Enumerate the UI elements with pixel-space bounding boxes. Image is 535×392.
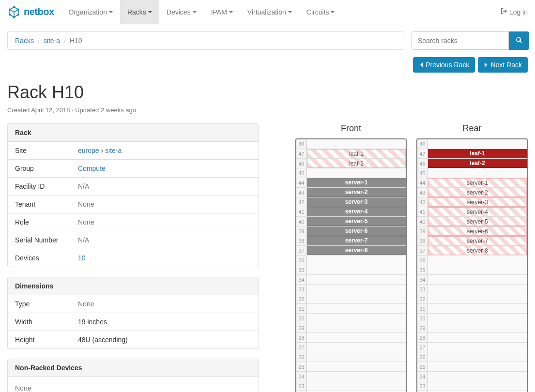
value-link[interactable]: site-a xyxy=(105,147,122,154)
rack-unit-slot[interactable] xyxy=(428,343,527,352)
rack-unit-slot[interactable]: leaf-2 xyxy=(428,159,527,168)
rack-unit-slot[interactable] xyxy=(428,294,527,303)
login-link[interactable]: Log in xyxy=(501,8,528,16)
row-label: Role xyxy=(8,213,71,231)
rack-unit-slot[interactable] xyxy=(307,362,406,371)
nav-link[interactable]: IPAM xyxy=(204,0,240,24)
previous-rack-button[interactable]: Previous Rack xyxy=(413,57,475,73)
rack-unit-slot[interactable] xyxy=(307,381,406,391)
search-button[interactable] xyxy=(509,31,529,50)
rack-unit-slot[interactable] xyxy=(307,168,406,178)
nav-link[interactable]: Organization xyxy=(61,0,120,24)
row-label: Devices xyxy=(8,249,71,267)
rack-unit-slot[interactable]: server-6 xyxy=(428,226,527,236)
breadcrumb-link[interactable]: Racks xyxy=(15,37,34,45)
rack-unit-slot[interactable]: server-1 xyxy=(307,178,406,187)
rack-unit-label: 31 xyxy=(296,304,307,313)
rack-unit-slot[interactable]: server-4 xyxy=(428,207,527,216)
rack-unit-label: 31 xyxy=(417,304,428,313)
rack-unit-slot[interactable] xyxy=(307,294,406,303)
search-input[interactable] xyxy=(412,31,509,50)
dimensions-table: TypeNoneWidth19 inchesHeight48U (ascendi… xyxy=(8,295,259,348)
rack-unit-slot[interactable] xyxy=(428,314,527,323)
rack-unit-slot[interactable] xyxy=(428,362,527,371)
rack-unit-row: 36 xyxy=(417,256,527,265)
rack-unit-slot[interactable]: server-5 xyxy=(428,217,527,226)
rack-unit-slot[interactable] xyxy=(428,381,527,391)
rack-unit-slot[interactable] xyxy=(428,333,527,342)
rack-unit-slot[interactable] xyxy=(307,372,406,381)
rack-unit-slot[interactable]: server-3 xyxy=(428,197,527,207)
row-label: Height xyxy=(8,331,71,349)
rack-unit-slot[interactable] xyxy=(428,323,527,332)
rack-unit-slot[interactable] xyxy=(428,275,527,284)
previous-rack-label: Previous Rack xyxy=(426,61,469,69)
row-label: Type xyxy=(8,295,71,313)
rack-unit-slot[interactable]: server-8 xyxy=(307,246,406,255)
rack-unit-slot[interactable] xyxy=(307,265,406,274)
nav-item-devices[interactable]: Devices xyxy=(159,0,204,24)
breadcrumb-link[interactable]: site-a xyxy=(44,37,60,45)
nav-item-circuits[interactable]: Circuits xyxy=(299,0,342,24)
value-link[interactable]: Compute xyxy=(78,165,106,172)
row-label: Width xyxy=(8,313,71,331)
nav-label: Circuits xyxy=(306,8,329,16)
rack-unit-slot[interactable] xyxy=(307,352,406,362)
rack-unit-slot[interactable] xyxy=(307,323,406,332)
rack-unit-slot[interactable]: server-7 xyxy=(307,236,406,245)
nav-link[interactable]: Circuits xyxy=(299,0,342,24)
nav-item-virtualization[interactable]: Virtualization xyxy=(240,0,299,24)
device-label: server-1 xyxy=(345,179,368,186)
rack-unit-slot[interactable] xyxy=(307,343,406,352)
rack-unit-slot[interactable]: server-6 xyxy=(307,226,406,236)
rack-unit-slot[interactable] xyxy=(428,265,527,274)
rack-unit-slot[interactable] xyxy=(307,275,406,284)
rack-unit-slot[interactable]: server-5 xyxy=(307,217,406,226)
rack-unit-slot[interactable] xyxy=(307,333,406,342)
rack-unit-label: 38 xyxy=(417,236,428,245)
row-label: Group xyxy=(8,160,71,178)
rack-unit-row: 40server-5 xyxy=(296,217,406,226)
next-rack-button[interactable]: Next Rack xyxy=(478,57,528,73)
rack-unit-slot[interactable] xyxy=(428,168,527,178)
device-label: server-2 xyxy=(467,189,488,196)
rack-unit-row: 38server-7 xyxy=(417,236,527,246)
nav-link[interactable]: Devices xyxy=(159,0,204,24)
rack-unit-slot[interactable]: server-2 xyxy=(428,188,527,197)
rack-unit-slot[interactable]: server-4 xyxy=(307,207,406,216)
rack-unit-label: 48 xyxy=(296,139,307,149)
rack-unit-slot[interactable]: server-2 xyxy=(307,188,406,197)
nav-item-ipam[interactable]: IPAM xyxy=(204,0,240,24)
rack-unit-slot[interactable] xyxy=(307,256,406,265)
nav-link[interactable]: Virtualization xyxy=(240,0,299,24)
nav-item-organization[interactable]: Organization xyxy=(61,0,120,24)
rack-unit-slot[interactable] xyxy=(428,285,527,294)
rack-unit-slot[interactable] xyxy=(428,372,527,381)
search-group xyxy=(412,31,528,50)
rack-unit-row: 37server-8 xyxy=(417,246,527,256)
rack-unit-slot[interactable]: leaf-1 xyxy=(428,149,527,158)
rack-unit-slot[interactable]: leaf-1 xyxy=(307,149,406,158)
rack-unit-slot[interactable]: server-3 xyxy=(307,197,406,207)
rack-unit-slot[interactable]: server-1 xyxy=(428,178,527,187)
rack-unit-slot[interactable] xyxy=(428,352,527,362)
rack-unit-slot[interactable] xyxy=(307,304,406,313)
rack-unit-label: 32 xyxy=(417,294,428,303)
rack-unit-slot[interactable] xyxy=(428,139,527,149)
nav-item-racks[interactable]: Racks xyxy=(120,0,159,24)
brand-link[interactable]: netbox xyxy=(7,5,54,19)
row-label: Site xyxy=(8,142,71,160)
rack-unit-slot[interactable]: server-8 xyxy=(428,246,527,255)
table-row: Facility IDN/A xyxy=(8,178,259,196)
rack-unit-slot[interactable] xyxy=(428,304,527,313)
rack-unit-slot[interactable] xyxy=(307,285,406,294)
value-link[interactable]: 10 xyxy=(78,254,86,262)
rack-unit-row: 43server-2 xyxy=(417,188,527,197)
rack-unit-slot[interactable]: server-7 xyxy=(428,236,527,245)
rack-unit-slot[interactable] xyxy=(307,139,406,149)
rack-unit-slot[interactable]: leaf-2 xyxy=(307,159,406,168)
nav-link[interactable]: Racks xyxy=(120,0,159,24)
value-link[interactable]: europe xyxy=(78,147,99,154)
rack-unit-slot[interactable] xyxy=(428,256,527,265)
rack-unit-slot[interactable] xyxy=(307,314,406,323)
